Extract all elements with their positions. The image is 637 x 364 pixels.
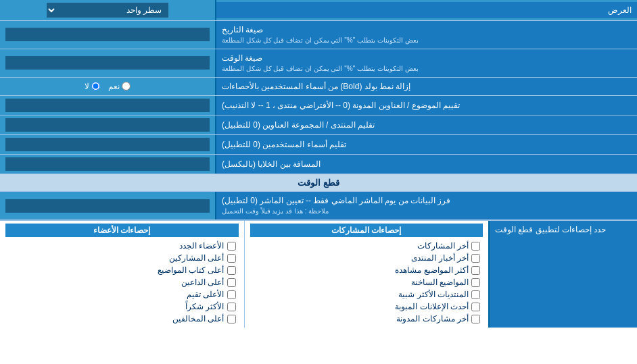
stats-item-top-submitters: أعلى الداعين [5, 276, 239, 288]
cells-distance-row: المسافة بين الخلايا (بالبكسل) 2 [0, 155, 637, 174]
stats-section-label: حدد إحصاءات لتطبيق قطع الوقت [488, 221, 637, 328]
bold-yes-radio[interactable] [122, 82, 131, 90]
most-viewed-label: أكثر المواضيع مشاهدة [395, 265, 469, 275]
bold-format-label: إزالة نمط بولد (Bold) من أسماء المستخدمي… [216, 78, 637, 96]
bold-no-text: لا [85, 82, 89, 91]
recent-subscriptions-checkbox[interactable] [471, 315, 480, 323]
stats-col-members-header: إحصاءات الأعضاء [5, 224, 239, 237]
recent-posts-label: أخر المشاركات [417, 241, 469, 251]
forum-group-sort-input-wrapper: 33 [0, 115, 216, 134]
bold-format-input-wrapper: نعم لا [0, 78, 216, 96]
time-format-sub-label: بعض التكوينات يتطلب "%" التي يمكن ان تضا… [222, 64, 419, 74]
top-monitors-checkbox[interactable] [227, 315, 236, 323]
bold-no-label[interactable]: لا [85, 82, 100, 91]
most-thanked-label: الأكثر شكراً [185, 302, 224, 311]
top-submitters-checkbox[interactable] [227, 278, 236, 287]
stats-item-most-viewed: أكثر المواضيع مشاهدة [250, 264, 483, 276]
new-members-label: الأعضاء الجدد [179, 241, 224, 251]
new-members-checkbox[interactable] [227, 242, 236, 251]
similar-forums-label: المنتديات الأكثر شبية [398, 290, 469, 299]
topics-sort-input-wrapper: 33 [0, 96, 216, 115]
stats-item-most-thanked: الأكثر شكراً [5, 301, 239, 313]
recent-ads-checkbox[interactable] [471, 303, 480, 311]
date-format-label: صيغة التاريخ بعض التكوينات يتطلب "%" الت… [216, 21, 637, 49]
time-format-input-wrapper: H:i [0, 49, 216, 77]
bold-format-row: إزالة نمط بولد (Bold) من أسماء المستخدمي… [0, 78, 637, 97]
bold-yes-text: نعم [108, 82, 120, 91]
stats-item-similar-forums: المنتديات الأكثر شبية [250, 288, 483, 301]
stats-columns: إحصاءات المشاركات أخر المشاركات أخر أخبا… [0, 221, 488, 328]
forum-group-sort-row: تقليم المنتدى / المجموعة العناوين (0 للت… [0, 115, 637, 135]
cutoff-data-label: فرز البيانات من يوم الماشر الماضي فقط --… [216, 192, 637, 219]
date-format-main-label: صيغة التاريخ [222, 24, 263, 36]
bold-yes-label[interactable]: نعم [108, 82, 131, 91]
topics-sort-label: تقييم الموضوع / العناوين المدونة (0 -- ا… [216, 96, 637, 115]
users-sort-row: تقليم أسماء المستخدمين (0 للتطبيل) 0 [0, 135, 637, 155]
stats-item-recent-posts: أخر المشاركات [250, 240, 483, 252]
bold-no-radio[interactable] [91, 82, 100, 90]
topics-sort-input[interactable]: 33 [5, 99, 210, 112]
stats-section: حدد إحصاءات لتطبيق قطع الوقت إحصاءات الم… [0, 220, 637, 328]
stats-item-top-posters: أعلى المشاركين [5, 252, 239, 264]
recent-posts-checkbox[interactable] [471, 242, 480, 251]
time-format-row: صيغة الوقت بعض التكوينات يتطلب "%" التي … [0, 49, 637, 78]
most-thanked-checkbox[interactable] [227, 303, 236, 311]
cells-distance-input-wrapper: 2 [0, 155, 216, 174]
forum-group-sort-input[interactable]: 33 [5, 118, 210, 132]
top-authors-checkbox[interactable] [227, 266, 236, 275]
bold-radio-group: نعم لا [85, 82, 131, 91]
cutoff-data-row: فرز البيانات من يوم الماشر الماضي فقط --… [0, 192, 637, 220]
top-posters-label: أعلى المشاركين [169, 253, 224, 263]
time-format-label: صيغة الوقت بعض التكوينات يتطلب "%" التي … [216, 49, 637, 77]
similar-forums-checkbox[interactable] [471, 290, 480, 299]
stats-item-top-rated: الأعلى تقيم [5, 288, 239, 301]
stats-item-recent-topics: المواضيع الساخنة [250, 276, 483, 288]
display-select[interactable]: سطر واحد سطرين ثلاثة أسطر [47, 3, 168, 18]
users-sort-input[interactable]: 0 [5, 138, 210, 151]
recent-topics-checkbox[interactable] [471, 278, 480, 287]
stats-item-latest-forum: أخر أخبار المنتدى [250, 252, 483, 264]
stats-item-recent-subscriptions: أخر مشاركات المدونة [250, 313, 483, 325]
top-submitters-label: أعلى الداعين [181, 278, 224, 287]
display-label: العرض [216, 2, 637, 18]
cutoff-data-note: ملاحظة : هذا قد يزيد قيلاً وقت التحميل [222, 207, 329, 216]
latest-forum-label: أخر أخبار المنتدى [411, 253, 469, 263]
main-container: العرض سطر واحد سطرين ثلاثة أسطر صيغة الت… [0, 0, 637, 328]
stats-item-top-monitors: أعلى المخالفين [5, 313, 239, 325]
stats-col-members: إحصاءات الأعضاء الأعضاء الجدد أعلى المشا… [0, 221, 244, 328]
latest-forum-checkbox[interactable] [471, 254, 480, 263]
users-sort-input-wrapper: 0 [0, 135, 216, 154]
forum-group-sort-label: تقليم المنتدى / المجموعة العناوين (0 للت… [216, 115, 637, 134]
cutoff-data-input[interactable]: 0 [5, 199, 210, 213]
time-format-input[interactable]: H:i [5, 56, 210, 70]
recent-ads-label: أحدث الإعلانات المبوبة [395, 302, 469, 311]
stats-item-top-authors: أعلى كتاب المواضيع [5, 264, 239, 276]
date-format-row: صيغة التاريخ بعض التكوينات يتطلب "%" الت… [0, 21, 637, 49]
date-format-input[interactable]: d-m [5, 28, 210, 41]
topics-sort-row: تقييم الموضوع / العناوين المدونة (0 -- ا… [0, 96, 637, 115]
users-sort-label: تقليم أسماء المستخدمين (0 للتطبيل) [216, 135, 637, 154]
date-format-sub-label: بعض التكوينات يتطلب "%" التي يمكن ان تضا… [222, 36, 419, 45]
stats-item-new-members: الأعضاء الجدد [5, 240, 239, 252]
cells-distance-input[interactable]: 2 [5, 157, 210, 171]
top-rated-label: الأعلى تقيم [187, 290, 224, 299]
top-monitors-label: أعلى المخالفين [172, 314, 224, 323]
stats-item-recent-ads: أحدث الإعلانات المبوبة [250, 301, 483, 313]
top-posters-checkbox[interactable] [227, 254, 236, 263]
cutoff-data-main-label: فرز البيانات من يوم الماشر الماضي فقط --… [222, 195, 450, 207]
stats-col-posts-header: إحصاءات المشاركات [250, 224, 483, 237]
display-row: العرض سطر واحد سطرين ثلاثة أسطر [0, 0, 637, 21]
stats-col-posts: إحصاءات المشاركات أخر المشاركات أخر أخبا… [244, 221, 489, 328]
most-viewed-checkbox[interactable] [471, 266, 480, 275]
top-rated-checkbox[interactable] [227, 290, 236, 299]
date-format-input-wrapper: d-m [0, 21, 216, 49]
display-select-wrapper: سطر واحد سطرين ثلاثة أسطر [0, 0, 216, 20]
top-authors-label: أعلى كتاب المواضيع [158, 265, 225, 275]
recent-subscriptions-label: أخر مشاركات المدونة [396, 314, 469, 323]
recent-topics-label: المواضيع الساخنة [411, 278, 469, 287]
cutoff-section-header: قطع الوقت [0, 174, 637, 192]
cutoff-data-input-wrapper: 0 [0, 192, 216, 219]
time-format-main-label: صيغة الوقت [222, 53, 262, 64]
cells-distance-label: المسافة بين الخلايا (بالبكسل) [216, 155, 637, 174]
